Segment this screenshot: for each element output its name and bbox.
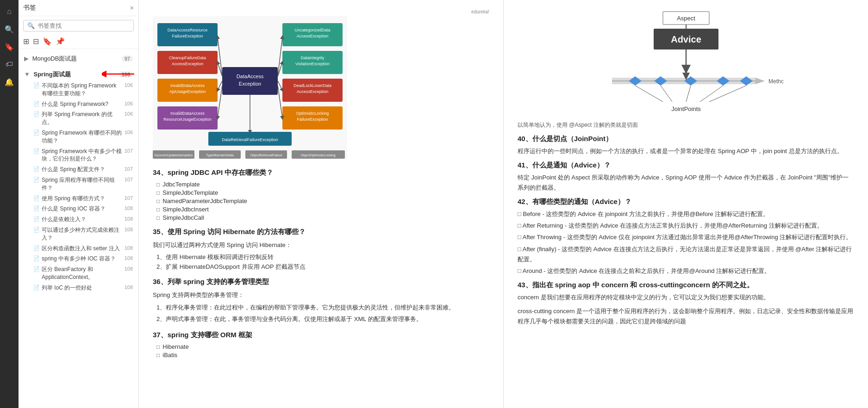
list-item: After (finally) - 这些类型的 Advice 在连接点方法之后执… <box>518 244 854 265</box>
item-text: 什么是依赖注入？ <box>42 216 123 223</box>
item-text: 不同版本的 Spring Framework 有哪些主要功能？ <box>42 82 123 98</box>
q43-para2: cross-cutting concern 是一个适用于整个应用程序的行为，这会… <box>518 306 854 327</box>
list-item[interactable]: 📄 可以通过多少种方式完成依赖注入？ 108 <box>22 225 135 243</box>
item-page: 106 <box>125 111 133 117</box>
q41-content: 特定 JoinPoint 处的 Aspect 所采取的动作称为 Advice，S… <box>518 173 854 193</box>
item-page: 108 <box>125 255 133 262</box>
q42-title: 42、有哪些类型的通知（Advice）？ <box>518 198 854 206</box>
list-item[interactable]: 📄 spring 中有多少种 IOC 容器？ 108 <box>22 253 135 264</box>
item-icon: 📄 <box>33 216 40 223</box>
item-text: 区分构造函数注入和 setter 注入 <box>42 245 123 253</box>
svg-text:ApiUsageException: ApiUsageException <box>169 89 206 94</box>
q36-intro: Spring 支持两种类型的事务管理： <box>153 290 489 300</box>
list-item: SimpleJdbcTemplate <box>156 189 489 196</box>
item-page: 108 <box>125 226 133 233</box>
svg-text:AccessException: AccessException <box>297 89 329 94</box>
list-item[interactable]: 📄 使用 Spring 有哪些方式？ 107 <box>22 193 135 204</box>
svg-text:FailureException: FailureException <box>172 34 203 38</box>
search-input[interactable] <box>37 22 130 29</box>
svg-text:DataAccess: DataAccess <box>237 74 264 79</box>
sidebar: 书签 × 🔍 ⊞ ⊟ 🔖 📌 ▶ MongoDB面试题 97 ▼ <box>19 0 139 408</box>
q41-title: 41、什么是通知（Advice）？ <box>518 161 854 170</box>
svg-text:Aspect: Aspect <box>677 15 695 22</box>
pdf-page-right[interactable]: Aspect Advice Method Execution <box>504 0 868 408</box>
group-spring-header[interactable]: ▼ Spring面试题 106 <box>22 68 135 80</box>
item-page: 106 <box>125 100 133 107</box>
item-text: 列举 IoC 的一些好处 <box>42 284 123 292</box>
item-text: spring 中有多少种 IOC 容器？ <box>42 255 123 263</box>
item-text: Spring Framework 中有多少个模块，它们分别是什么？ <box>42 148 123 163</box>
group-mongodb-header[interactable]: ▶ MongoDB面试题 97 <box>22 53 135 65</box>
toolbar-icon-2[interactable]: ⊟ <box>33 37 39 46</box>
list-item: SimpleJdbcInsert <box>156 206 489 213</box>
bell-icon[interactable]: 🔔 <box>2 75 16 89</box>
list-item: After Returning - 这些类型的 Advice 在连接点方法正常执… <box>518 221 854 231</box>
item-page: 106 <box>125 129 133 136</box>
item-icon: 📄 <box>33 111 40 117</box>
list-item[interactable]: 📄 什么是 Spring Framework? 106 <box>22 99 135 110</box>
item-icon: 📄 <box>33 176 40 183</box>
data-exception-diagram: DataAccess Exception DataAccessResource … <box>153 16 489 161</box>
svg-text:Method Execution: Method Execution <box>768 78 783 85</box>
home-icon[interactable]: ⌂ <box>2 5 16 19</box>
toolbar-icon-3[interactable]: 🔖 <box>43 37 52 46</box>
q43-para1: concern 是我们想要在应用程序的特定模块中定义的行为，它可以定义为我们想要… <box>518 292 854 303</box>
q34-title: 34、spring JDBC API 中存在哪些类？ <box>153 168 489 177</box>
list-item[interactable]: 📄 列举 Spring Framework 的优点。 106 <box>22 109 135 128</box>
edureka-label: edureka! <box>153 9 489 14</box>
q40-content: 程序运行中的一些时间点，例如一个方法的执行，或者是一个异常的处理在 Spring… <box>518 146 854 156</box>
svg-marker-55 <box>756 78 765 84</box>
pdf-page-left[interactable]: edureka! DataAccess Exception DataAccess… <box>139 0 504 408</box>
list-item[interactable]: 📄 区分构造函数注入和 setter 注入 108 <box>22 243 135 254</box>
list-item[interactable]: 📄 Spring Framework 中有多少个模块，它们分别是什么？ 107 <box>22 146 135 165</box>
list-item: Before - 这些类型的 Advice 在 joinpoint 方法之前执行… <box>518 209 854 219</box>
mongodb-badge: 97 <box>122 56 133 62</box>
bookmark-icon[interactable]: 🔖 <box>2 40 16 54</box>
toolbar-icon-4[interactable]: 📌 <box>56 37 65 46</box>
tag-icon[interactable]: 🏷 <box>2 57 16 71</box>
q40-title: 40、什么是切点（JoinPoint） <box>518 135 854 143</box>
svg-text:ResourceUsageException: ResourceUsageException <box>163 117 212 122</box>
list-item[interactable]: 📄 列举 IoC 的一些好处 108 <box>22 283 135 293</box>
q35-title: 35、使用 Spring 访问 Hibernate 的方法有哪些？ <box>153 228 489 236</box>
sidebar-close-icon[interactable]: × <box>130 4 134 12</box>
svg-text:DataIntegrity: DataIntegrity <box>300 56 325 60</box>
list-item[interactable]: 📄 不同版本的 Spring Framework 有哪些主要功能？ 106 <box>22 80 135 99</box>
svg-text:ViolationException: ViolationException <box>295 62 330 66</box>
item-icon: 📄 <box>33 100 40 107</box>
toolbar-icon-1[interactable]: ⊞ <box>23 37 29 46</box>
list-item[interactable]: 📄 区分 BeanFactory 和 ApplicationContext。 1… <box>22 264 135 283</box>
svg-text:CleanupFailureData: CleanupFailureData <box>169 56 206 60</box>
svg-text:InvalidDataAccess: InvalidDataAccess <box>170 111 205 116</box>
svg-line-62 <box>635 86 663 102</box>
svg-text:DataAccessResource: DataAccessResource <box>168 28 208 32</box>
svg-line-63 <box>661 86 672 102</box>
list-item[interactable]: 📄 什么是 Spring IOC 容器？ 108 <box>22 204 135 214</box>
list-item[interactable]: 📄 什么是 Spring 配置文件？ 107 <box>22 164 135 175</box>
item-text: 什么是 Spring IOC 容器？ <box>42 205 123 213</box>
svg-text:DeadLockLoserData: DeadLockLoserData <box>293 83 331 88</box>
svg-text:FailureException: FailureException <box>297 117 328 122</box>
q37-list: Hibernate iBatis <box>156 343 489 359</box>
svg-text:Exception: Exception <box>239 81 261 87</box>
icon-bar: ⌂ 🔍 🔖 🏷 🔔 <box>0 0 19 408</box>
sidebar-title: 书签 <box>23 4 36 12</box>
item-icon: 📄 <box>33 245 40 252</box>
item-icon: 📄 <box>33 266 40 272</box>
list-item[interactable]: 📄 Spring Framework 有哪些不同的功能？ 106 <box>22 128 135 146</box>
spring-expand-arrow: ▼ <box>24 71 30 78</box>
svg-line-66 <box>709 86 746 102</box>
list-item: SimpleJdbcCall <box>156 214 489 221</box>
sidebar-search-box[interactable]: 🔍 <box>23 20 134 31</box>
item-page: 107 <box>125 166 133 173</box>
item-page: 108 <box>125 266 133 272</box>
item-icon: 📄 <box>33 195 40 202</box>
spring-badge: 106 <box>119 71 133 78</box>
list-item[interactable]: 📄 什么是依赖注入？ 108 <box>22 214 135 225</box>
search-icon[interactable]: 🔍 <box>2 22 16 36</box>
item-icon: 📄 <box>33 226 40 233</box>
list-item[interactable]: 📄 Spring 应用程序有哪些不同组件？ 107 <box>22 175 135 193</box>
item-text: Spring Framework 有哪些不同的功能？ <box>42 129 123 145</box>
list-item: JdbcTemplate <box>156 181 489 188</box>
item-page: 106 <box>125 82 133 89</box>
